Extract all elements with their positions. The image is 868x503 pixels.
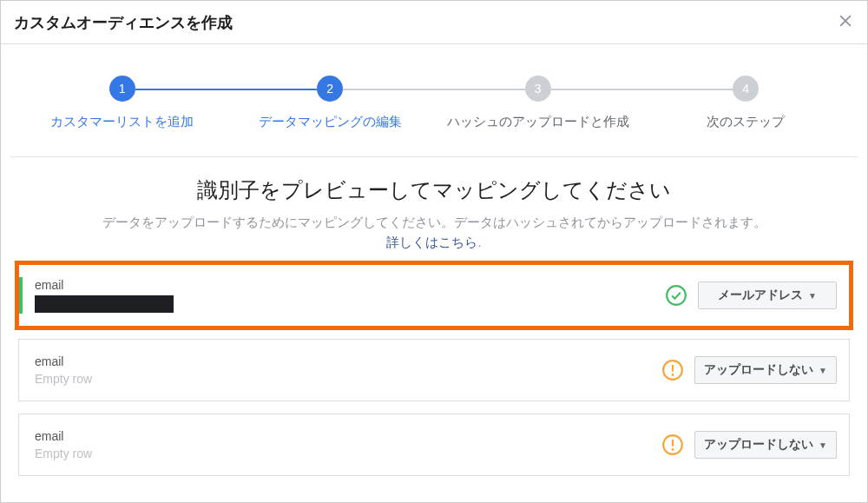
svg-point-5 [672, 374, 674, 376]
dropdown-label: メールアドレス [718, 288, 803, 303]
step-label: データマッピングの編集 [259, 112, 402, 130]
step-circle: 1 [109, 76, 135, 102]
close-icon [837, 12, 854, 33]
dropdown-label: アップロードしない [704, 437, 813, 453]
row-value-empty: Empty row [35, 372, 661, 386]
section-subtext: データをアップロードするためにマッピングしてください。データはハッシュされてから… [18, 213, 850, 252]
mapping-row: email Empty row アップロードしない ▼ [18, 414, 850, 476]
mapping-dropdown[interactable]: メールアドレス ▼ [698, 281, 837, 309]
mapping-dropdown[interactable]: アップロードしない ▼ [694, 431, 837, 459]
mapping-row: email メールアドレス ▼ [18, 264, 850, 327]
row-right: アップロードしない ▼ [661, 431, 837, 459]
alert-circle-icon [661, 434, 684, 456]
mapping-row: email Empty row アップロードしない ▼ [18, 339, 850, 401]
row-field-label: email [35, 354, 661, 368]
step-label: カスタマーリストを追加 [50, 112, 194, 130]
row-field-label: email [35, 429, 661, 443]
mapping-dropdown[interactable]: アップロードしない ▼ [694, 356, 837, 384]
step-3[interactable]: 3 ハッシュのアップロードと作成 [434, 76, 642, 130]
check-circle-icon [665, 284, 687, 307]
row-indicator [19, 277, 23, 314]
step-connector [343, 89, 525, 90]
step-circle: 4 [733, 76, 759, 102]
row-indicator [19, 348, 23, 392]
row-field-label: email [35, 278, 665, 292]
svg-point-2 [667, 286, 686, 305]
row-left: email [35, 278, 665, 313]
row-value-empty: Empty row [35, 447, 661, 460]
modal: カスタムオーディエンスを作成 1 カスタマーリストを追加 2 データマッピングの… [0, 0, 868, 503]
row-left: email Empty row [35, 429, 661, 460]
row-value-redacted [35, 295, 174, 313]
row-right: アップロードしない ▼ [661, 356, 837, 384]
step-circle: 3 [525, 76, 551, 102]
row-indicator [19, 423, 23, 467]
step-label: ハッシュのアップロードと作成 [447, 112, 629, 130]
step-circle: 2 [317, 76, 343, 102]
step-1[interactable]: 1 カスタマーリストを追加 [18, 76, 227, 130]
step-connector [551, 89, 733, 90]
step-4[interactable]: 4 次のステップ [642, 76, 851, 130]
modal-header: カスタムオーディエンスを作成 [1, 1, 867, 44]
row-left: email Empty row [35, 354, 661, 386]
mapping-rows: email メールアドレス ▼ email Empty row [1, 252, 867, 476]
stepper: 1 カスタマーリストを追加 2 データマッピングの編集 3 ハッシュのアップロー… [1, 44, 867, 139]
caret-down-icon: ▼ [808, 291, 817, 301]
section-heading: 識別子をプレビューしてマッピングしてください [18, 176, 850, 204]
caret-down-icon: ▼ [819, 366, 827, 375]
svg-point-8 [672, 448, 674, 451]
caret-down-icon: ▼ [819, 440, 827, 450]
content-section: 識別子をプレビューしてマッピングしてください データをアップロードするためにマッ… [1, 157, 867, 252]
learn-more-link[interactable]: 詳しくはこちら [386, 235, 477, 249]
alert-circle-icon [661, 359, 684, 381]
dropdown-label: アップロードしない [704, 362, 813, 378]
row-right: メールアドレス ▼ [665, 281, 837, 309]
step-2[interactable]: 2 データマッピングの編集 [227, 76, 435, 130]
step-connector [135, 89, 318, 90]
step-label: 次のステップ [707, 112, 785, 130]
modal-title: カスタムオーディエンスを作成 [14, 12, 233, 33]
close-button[interactable] [837, 12, 854, 33]
